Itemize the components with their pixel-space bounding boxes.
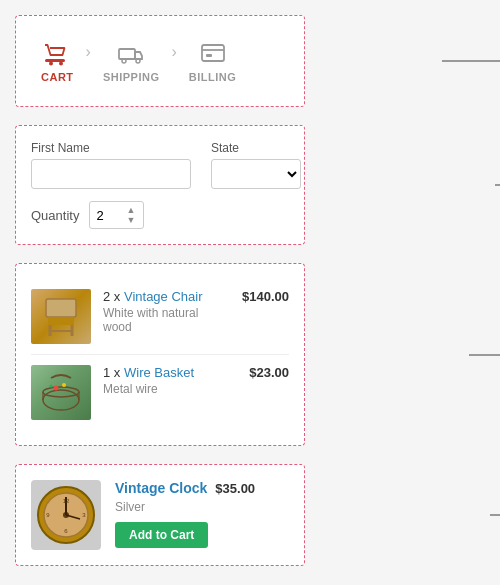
- svg-point-14: [43, 387, 79, 397]
- svg-point-1: [49, 62, 53, 66]
- quantity-input-wrapper: ▲ ▼: [89, 201, 144, 229]
- step-cart[interactable]: CART: [41, 39, 74, 83]
- svg-rect-0: [45, 59, 65, 62]
- products-annotation: Products In the Cart: [469, 348, 500, 362]
- state-group: State CA NY TX: [211, 141, 301, 189]
- step-cart-label: CART: [41, 71, 74, 83]
- related-product-desc: Silver: [115, 500, 289, 514]
- product-title-row-1: 2 x Vintage Chair: [103, 289, 212, 304]
- product-image-1: [31, 289, 91, 344]
- product-price-1: $140.00: [224, 289, 289, 304]
- qty-down-arrow[interactable]: ▼: [126, 216, 135, 225]
- related-annotation: Related Product: [490, 508, 500, 522]
- svg-rect-7: [206, 54, 212, 57]
- svg-rect-9: [48, 317, 74, 325]
- step-arrow-2: ›: [171, 43, 176, 61]
- product-link-1[interactable]: Vintage Chair: [124, 289, 203, 304]
- quantity-row: Quantity ▲ ▼: [31, 201, 289, 229]
- related-product-image: 12 3 6 9: [31, 480, 101, 550]
- related-product-price: $35.00: [215, 481, 255, 496]
- related-product-name: Vintage Clock: [115, 480, 207, 496]
- chair-svg: [36, 294, 86, 339]
- shipping-icon: [117, 39, 145, 67]
- clock-svg: 12 3 6 9: [34, 483, 99, 548]
- step-billing-label: BILLING: [189, 71, 237, 83]
- quantity-arrows[interactable]: ▲ ▼: [126, 206, 135, 225]
- svg-rect-3: [119, 49, 135, 59]
- quantity-input[interactable]: [96, 208, 126, 223]
- product-info-1: 2 x Vintage Chair White with natural woo…: [103, 289, 212, 334]
- billing-icon: [199, 39, 227, 67]
- related-product-info: Vintage Clock $35.00 Silver Add to Cart: [115, 480, 289, 548]
- svg-text:12: 12: [62, 498, 69, 504]
- form-top-row: First Name State CA NY TX: [31, 141, 289, 189]
- cart-icon: [43, 39, 71, 67]
- svg-point-13: [43, 390, 79, 410]
- step-arrow-1: ›: [86, 43, 91, 61]
- product-image-2: [31, 365, 91, 420]
- first-name-label: First Name: [31, 141, 191, 155]
- svg-point-19: [50, 385, 53, 388]
- svg-point-18: [62, 383, 66, 387]
- product-qty-1: 2 x: [103, 289, 124, 304]
- svg-point-17: [54, 386, 59, 391]
- related-product-section: 12 3 6 9 Vintage Clock $35.00 Silver Add…: [15, 464, 305, 566]
- product-link-2[interactable]: Wire Basket: [124, 365, 194, 380]
- form-section: First Name State CA NY TX Quantity: [15, 125, 305, 245]
- product-price-2: $23.00: [224, 365, 289, 380]
- checkout-steps-annotation: Checkout Steps Indicator: [442, 54, 500, 68]
- checkout-steps-section: CART › SHIPPING ›: [15, 15, 305, 107]
- svg-point-5: [136, 59, 140, 63]
- state-select[interactable]: CA NY TX: [211, 159, 301, 189]
- product-item-1: 2 x Vintage Chair White with natural woo…: [31, 279, 289, 355]
- quantity-label: Quantity: [31, 208, 79, 223]
- product-qty-2: 1 x: [103, 365, 124, 380]
- product-item-2: 1 x Wire Basket Metal wire $23.00: [31, 355, 289, 430]
- first-name-group: First Name: [31, 141, 191, 189]
- first-name-input[interactable]: [31, 159, 191, 189]
- add-to-cart-button[interactable]: Add to Cart: [115, 522, 208, 548]
- svg-point-2: [59, 62, 63, 66]
- step-shipping[interactable]: SHIPPING: [103, 39, 160, 83]
- form-annotation: Form Elements: [495, 178, 500, 192]
- basket-svg: [36, 370, 86, 415]
- svg-rect-8: [46, 299, 76, 317]
- product-title-row-2: 1 x Wire Basket: [103, 365, 212, 380]
- product-sub-2: Metal wire: [103, 382, 212, 396]
- svg-rect-6: [202, 45, 224, 61]
- svg-point-4: [122, 59, 126, 63]
- product-info-2: 1 x Wire Basket Metal wire: [103, 365, 212, 396]
- products-section: 2 x Vintage Chair White with natural woo…: [15, 263, 305, 446]
- state-label: State: [211, 141, 301, 155]
- related-product: 12 3 6 9 Vintage Clock $35.00 Silver Add…: [31, 480, 289, 550]
- qty-up-arrow[interactable]: ▲: [126, 206, 135, 215]
- step-shipping-label: SHIPPING: [103, 71, 160, 83]
- checkout-steps: CART › SHIPPING ›: [31, 31, 289, 91]
- step-billing[interactable]: BILLING: [189, 39, 237, 83]
- product-sub-1: White with natural wood: [103, 306, 212, 334]
